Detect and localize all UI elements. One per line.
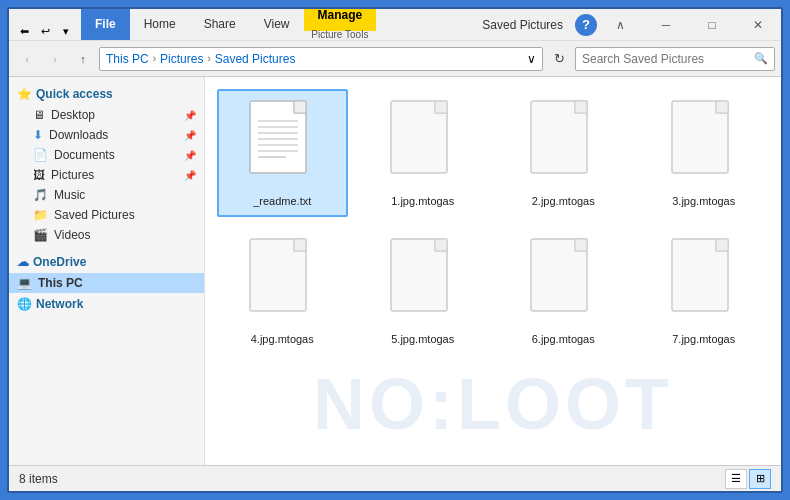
- path-sep-1: ›: [153, 53, 156, 64]
- downloads-icon: ⬇: [33, 128, 43, 142]
- sidebar-item-saved-pictures[interactable]: 📁 Saved Pictures: [9, 205, 204, 225]
- sidebar-documents-label: Documents: [54, 148, 115, 162]
- sidebar-this-pc-label: This PC: [38, 276, 83, 290]
- svg-rect-15: [575, 101, 587, 113]
- svg-rect-27: [575, 239, 587, 251]
- svg-rect-21: [294, 239, 306, 251]
- window-title: Saved Pictures: [470, 9, 575, 40]
- pictures-icon: 🖼: [33, 168, 45, 182]
- sidebar-item-documents[interactable]: 📄 Documents 📌: [9, 145, 204, 165]
- file-icon-7: [668, 237, 740, 327]
- item-count: 8 items: [19, 472, 58, 486]
- help-button[interactable]: ?: [575, 14, 597, 36]
- sidebar-item-downloads[interactable]: ⬇ Downloads 📌: [9, 125, 204, 145]
- tab-share[interactable]: Share: [190, 8, 250, 40]
- sidebar-desktop-label: Desktop: [51, 108, 95, 122]
- sidebar-section-onedrive[interactable]: ☁ OneDrive: [9, 251, 204, 273]
- tab-home[interactable]: Home: [130, 8, 190, 40]
- path-this-pc[interactable]: This PC: [106, 52, 149, 66]
- sidebar-section-network[interactable]: 🌐 Network: [9, 293, 204, 315]
- sidebar-network-label: Network: [36, 297, 83, 311]
- file-item-4[interactable]: 4.jpg.mtogas: [217, 227, 348, 355]
- file-icon-3: [668, 99, 740, 189]
- file-name-6: 6.jpg.mtogas: [532, 333, 595, 345]
- file-name-4: 4.jpg.mtogas: [251, 333, 314, 345]
- file-item-1[interactable]: 1.jpg.mtogas: [358, 89, 489, 217]
- sidebar-saved-pictures-label: Saved Pictures: [54, 208, 135, 222]
- qa-back-btn[interactable]: ⬅: [15, 22, 33, 40]
- saved-pictures-icon: 📁: [33, 208, 48, 222]
- file-item-3[interactable]: 3.jpg.mtogas: [639, 89, 770, 217]
- file-item-7[interactable]: 7.jpg.mtogas: [639, 227, 770, 355]
- qa-dropdown-btn[interactable]: ▾: [57, 22, 75, 40]
- music-icon: 🎵: [33, 188, 48, 202]
- ribbon-tabs: ⬅ ↩ ▾ File Home Share View Manage Pictur…: [9, 9, 470, 40]
- collapse-ribbon-btn[interactable]: ∧: [597, 9, 643, 41]
- this-pc-icon: 💻: [17, 276, 32, 290]
- explorer-window: ⬅ ↩ ▾ File Home Share View Manage Pictur…: [7, 7, 783, 493]
- sidebar-pictures-label: Pictures: [51, 168, 94, 182]
- sidebar-section-quick-access[interactable]: ⭐ Quick access: [9, 83, 204, 105]
- file-icon-2: [527, 99, 599, 189]
- address-bar: ‹ › ↑ This PC › Pictures › Saved Picture…: [9, 41, 781, 77]
- sidebar-item-this-pc[interactable]: 💻 This PC: [9, 273, 204, 293]
- search-box[interactable]: 🔍: [575, 47, 775, 71]
- qa-undo-btn[interactable]: ↩: [36, 22, 54, 40]
- quick-access-label: Quick access: [36, 87, 113, 101]
- sidebar-item-pictures[interactable]: 🖼 Pictures 📌: [9, 165, 204, 185]
- videos-icon: 🎬: [33, 228, 48, 242]
- file-icon-readme: [246, 99, 318, 189]
- file-item-5[interactable]: 5.jpg.mtogas: [358, 227, 489, 355]
- forward-button[interactable]: ›: [43, 47, 67, 71]
- path-dropdown[interactable]: ∨: [527, 52, 536, 66]
- file-item-readme[interactable]: _readme.txt: [217, 89, 348, 217]
- maximize-button[interactable]: □: [689, 9, 735, 41]
- minimize-button[interactable]: ─: [643, 9, 689, 41]
- back-button[interactable]: ‹: [15, 47, 39, 71]
- svg-rect-24: [435, 239, 447, 251]
- pin-icon-downloads: 📌: [184, 130, 196, 141]
- grid-view-btn[interactable]: ⊞: [749, 469, 771, 489]
- sidebar: ⭐ Quick access 🖥 Desktop 📌 ⬇ Downloads 📌…: [9, 77, 205, 465]
- path-saved-pictures[interactable]: Saved Pictures: [215, 52, 296, 66]
- sidebar-music-label: Music: [54, 188, 85, 202]
- details-view-btn[interactable]: ☰: [725, 469, 747, 489]
- file-grid: NO:LOOT: [205, 77, 781, 465]
- watermark: NO:LOOT: [313, 363, 673, 445]
- up-button[interactable]: ↑: [71, 47, 95, 71]
- file-icon-6: [527, 237, 599, 327]
- status-bar: 8 items ☰ ⊞: [9, 465, 781, 491]
- sidebar-downloads-label: Downloads: [49, 128, 108, 142]
- sidebar-onedrive-label: OneDrive: [33, 255, 86, 269]
- tab-view[interactable]: View: [250, 8, 304, 40]
- file-icon-5: [387, 237, 459, 327]
- sidebar-item-music[interactable]: 🎵 Music: [9, 185, 204, 205]
- svg-rect-12: [435, 101, 447, 113]
- file-item-6[interactable]: 6.jpg.mtogas: [498, 227, 629, 355]
- search-input[interactable]: [582, 52, 750, 66]
- path-sep-2: ›: [207, 53, 210, 64]
- file-item-2[interactable]: 2.jpg.mtogas: [498, 89, 629, 217]
- documents-icon: 📄: [33, 148, 48, 162]
- tab-manage[interactable]: Manage: [304, 7, 377, 31]
- sidebar-item-videos[interactable]: 🎬 Videos: [9, 225, 204, 245]
- tab-file[interactable]: File: [81, 8, 130, 40]
- file-name-3: 3.jpg.mtogas: [672, 195, 735, 207]
- quick-access-icon: ⭐: [17, 87, 32, 101]
- svg-rect-2: [294, 101, 306, 113]
- svg-rect-18: [716, 101, 728, 113]
- onedrive-icon: ☁: [17, 255, 29, 269]
- close-button[interactable]: ✕: [735, 9, 781, 41]
- sidebar-item-desktop[interactable]: 🖥 Desktop 📌: [9, 105, 204, 125]
- path-pictures[interactable]: Pictures: [160, 52, 203, 66]
- desktop-icon: 🖥: [33, 108, 45, 122]
- file-name-7: 7.jpg.mtogas: [672, 333, 735, 345]
- file-name-1: 1.jpg.mtogas: [391, 195, 454, 207]
- pin-icon-pictures: 📌: [184, 170, 196, 181]
- address-path[interactable]: This PC › Pictures › Saved Pictures ∨: [99, 47, 543, 71]
- file-icon-1: [387, 99, 459, 189]
- quick-access-toolbar: ⬅ ↩ ▾: [9, 22, 81, 40]
- refresh-button[interactable]: ↻: [547, 47, 571, 71]
- window-controls: ? ∧ ─ □ ✕: [575, 9, 781, 40]
- view-buttons: ☰ ⊞: [725, 469, 771, 489]
